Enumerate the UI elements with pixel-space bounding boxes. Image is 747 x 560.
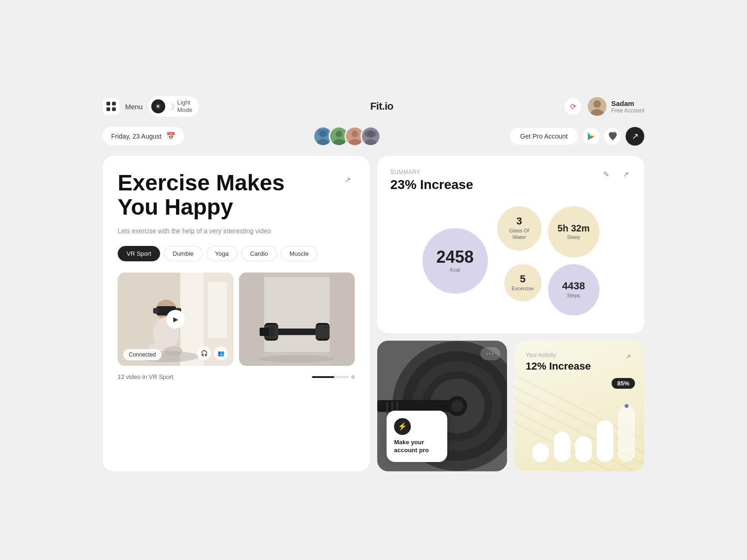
moon-icon: ☽ (168, 102, 175, 111)
summary-actions: ✎ ↗ (599, 167, 633, 182)
progress-fill (312, 376, 334, 378)
svg-point-21 (613, 132, 615, 133)
get-pro-button[interactable]: Get Pro Account (510, 128, 578, 145)
pill-muscle[interactable]: Muscle (281, 246, 317, 261)
svg-rect-56 (377, 400, 457, 412)
play-button[interactable]: ▶ (166, 310, 185, 329)
svg-point-41 (260, 355, 334, 363)
expand-icon[interactable]: ↗ (618, 167, 633, 182)
svg-point-58 (451, 400, 463, 412)
progress-bar (312, 375, 355, 379)
make-pro-icon: ⚡ (394, 418, 411, 435)
user-details: Sadam Free Account (611, 99, 644, 114)
water-bubble: 3 Glass OfWater (497, 206, 542, 251)
bar-chart (524, 397, 635, 462)
summary-label: Summary (390, 169, 631, 175)
headphones-action-icon[interactable]: 🎧 (197, 346, 211, 360)
nav-left: Menu ☀ ☽ Light Mode (103, 96, 199, 116)
user-info: Sadam Free Account (588, 97, 644, 116)
progress-dot (351, 375, 355, 379)
video-count: 12 video in VR Sport (118, 373, 173, 380)
pill-vrsport[interactable]: VR Sport (118, 246, 160, 261)
avatars-group (313, 126, 381, 147)
svg-rect-38 (239, 273, 264, 366)
user-name: Sadam (611, 99, 644, 107)
svg-point-8 (336, 131, 342, 137)
bubbles-row-2: 5 Excercise 4438 Steps (497, 264, 599, 315)
summary-card: ✎ ↗ Summary 23% Increase 2458 Kcal (377, 156, 644, 333)
app-title: Fit.io (370, 100, 394, 112)
bubbles-container: 2458 Kcal 3 Glass OfWater (390, 202, 631, 320)
svg-rect-42 (274, 329, 320, 335)
action-icons: 🎧 👥 (197, 346, 228, 360)
make-pro-popup[interactable]: ⚡ Make your account pro (387, 411, 447, 462)
svg-point-11 (352, 131, 358, 137)
workout-subtitle: Lets exercise with the help of a very in… (118, 227, 285, 235)
summary-headline: 23% Increase (390, 177, 631, 192)
activity-expand-button[interactable]: ↗ (622, 350, 635, 363)
pill-dumble[interactable]: Dumble (164, 246, 203, 261)
arrow-icon: ↗ (632, 131, 639, 141)
svg-rect-6 (318, 129, 328, 136)
user-avatar (588, 97, 606, 116)
date-pill[interactable]: Friday, 23 August 📅 (103, 127, 184, 145)
bar-2 (554, 432, 571, 462)
arrow-button[interactable]: ↗ (626, 127, 644, 146)
steps-bubble: 4438 Steps (548, 264, 599, 315)
bar-4 (597, 420, 613, 462)
svg-rect-16 (365, 130, 377, 138)
avatar-4 (360, 126, 381, 147)
user-plan: Free Account (611, 107, 644, 114)
svg-rect-26 (208, 282, 227, 338)
theme-label: Light Mode (177, 99, 193, 113)
sub-nav: Friday, 23 August 📅 Get Pro Account (103, 126, 644, 147)
pro-section: Get Pro Account ↗ (510, 127, 644, 146)
bar-1 (532, 443, 549, 462)
svg-point-1 (593, 100, 601, 108)
workout-expand-button[interactable]: ↗ (340, 173, 355, 188)
apple-store-icon[interactable] (604, 128, 621, 145)
pill-yoga[interactable]: Yoga (206, 246, 238, 261)
people-action-icon[interactable]: 👥 (214, 346, 228, 360)
top-nav: Menu ☀ ☽ Light Mode Fit.io ⟳ (103, 89, 644, 126)
sun-icon: ☀ (151, 99, 165, 113)
exercise-bubble: 5 Excercise (504, 264, 542, 301)
menu-label[interactable]: Menu (125, 103, 143, 111)
menu-grid-icon[interactable] (103, 98, 120, 115)
calendar-icon: 📅 (166, 132, 176, 140)
bottom-right-grid: ··· ⚡ Make your account pro (377, 341, 644, 471)
workout-title: Exercise Makes You Happy (118, 171, 285, 220)
make-pro-text: Make your account pro (394, 439, 440, 455)
svg-rect-47 (268, 327, 275, 337)
video-thumb-2[interactable] (239, 273, 355, 366)
progress-track (312, 376, 349, 378)
activity-card: Your Activity 12% Increase ↗ 85% (514, 341, 644, 471)
workout-text: Exercise Makes You Happy Lets exercise w… (118, 171, 285, 246)
refresh-icon[interactable]: ⟳ (564, 98, 581, 115)
svg-rect-39 (330, 273, 355, 366)
video-section: ▶ Connected 🎧 👥 (118, 273, 355, 366)
activity-label: Your Activity (526, 352, 633, 358)
bar-3 (575, 436, 592, 462)
theme-toggle[interactable]: ☀ ☽ Light Mode (148, 96, 199, 116)
bar-5 (618, 406, 635, 462)
percent-badge: 85% (612, 378, 635, 389)
svg-rect-48 (260, 328, 269, 336)
right-bubbles: 3 Glass OfWater 5h 32m Sleep (497, 206, 599, 315)
svg-rect-46 (316, 325, 330, 339)
video-thumb-1[interactable]: ▶ Connected 🎧 👥 (118, 273, 233, 366)
google-play-icon[interactable] (583, 128, 599, 145)
gym-more-button[interactable]: ··· (480, 347, 500, 360)
main-grid: Exercise Makes You Happy Lets exercise w… (103, 156, 644, 471)
category-pills: VR Sport Dumble Yoga Cardio Muscle (118, 246, 355, 261)
svg-rect-29 (153, 308, 159, 314)
gym-card: ··· ⚡ Make your account pro (377, 341, 507, 471)
video-footer: 12 video in VR Sport (118, 366, 355, 380)
edit-icon[interactable]: ✎ (599, 167, 613, 182)
workout-card: Exercise Makes You Happy Lets exercise w… (103, 156, 370, 471)
pill-cardio[interactable]: Cardio (241, 246, 277, 261)
nav-right: ⟳ Sadam Free Account (564, 97, 644, 116)
app-container: Menu ☀ ☽ Light Mode Fit.io ⟳ (103, 89, 644, 471)
sleep-bubble: 5h 32m Sleep (548, 206, 599, 258)
kcal-bubble: 2458 Kcal (423, 228, 488, 294)
